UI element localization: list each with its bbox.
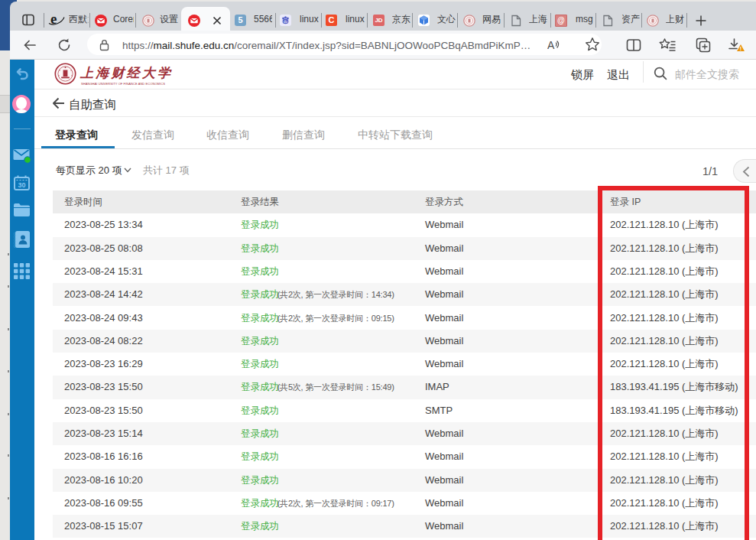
- svg-text:A: A: [547, 39, 555, 51]
- svg-text:du: du: [284, 20, 288, 24]
- svg-text:30: 30: [18, 181, 25, 189]
- svg-text:!: !: [740, 46, 741, 51]
